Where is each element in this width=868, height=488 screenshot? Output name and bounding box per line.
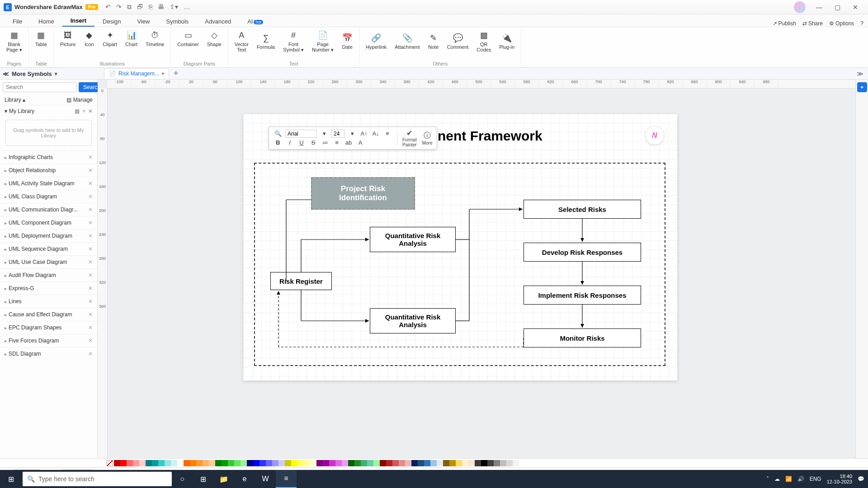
color-swatch[interactable] [424,460,430,466]
color-swatch[interactable] [196,460,203,466]
color-swatch[interactable] [177,460,184,466]
color-swatch[interactable] [430,460,437,466]
color-swatch[interactable] [215,460,222,466]
list-icon[interactable]: ≡ [332,139,341,147]
info-icon[interactable]: ⓘMore [420,131,434,145]
tray-volume-icon[interactable]: 🔊 [797,476,804,482]
ribbon-font-symbol--button[interactable]: #Font Symbol ▾ [279,29,307,53]
menu-advanced[interactable]: Advanced [197,16,239,27]
category-close-icon[interactable]: ✕ [88,298,93,305]
italic-button[interactable]: I [285,139,294,147]
save-icon[interactable]: ⎘ [149,3,152,11]
canvas-viewport[interactable]: N 🔍 ▾ ▾ A↑ A↓ ≡ [108,89,868,458]
print-icon[interactable]: 🖶 [158,3,164,11]
category-close-icon[interactable]: ✕ [88,311,93,318]
font-picker-icon[interactable]: 🔍 [274,130,283,138]
redo-icon[interactable]: ↷ [116,3,122,11]
ribbon-shape-button[interactable]: ◇Shape [203,29,225,48]
ribbon-picture-button[interactable]: 🖼Picture [57,29,79,48]
ribbon-formula-button[interactable]: ∑Formula [253,29,278,53]
color-swatch[interactable] [247,460,253,466]
color-swatch[interactable] [418,460,424,466]
color-swatch[interactable] [152,460,158,466]
collapse-side-icon[interactable]: ≪ [3,70,9,77]
color-swatch[interactable] [506,460,513,466]
category-close-icon[interactable]: ✕ [88,285,93,291]
ribbon-clipart-button[interactable]: ✦Clipart [99,29,121,48]
color-swatch[interactable] [494,460,500,466]
side-title-caret-icon[interactable]: ▾ [55,71,57,77]
color-swatch[interactable] [278,460,285,466]
category-close-icon[interactable]: ✕ [88,272,93,278]
color-swatch[interactable] [399,460,405,466]
options-button[interactable]: ⚙ Options [829,20,854,27]
color-swatch[interactable] [323,460,329,466]
box-implement-responses[interactable]: Implement Risk Responses [524,286,641,305]
color-swatch[interactable] [449,460,456,466]
menu-ai[interactable]: AIhot [239,16,271,27]
color-swatch[interactable] [361,460,367,466]
color-swatch[interactable] [297,460,304,466]
color-swatch[interactable] [386,460,392,466]
color-swatch[interactable] [513,460,519,466]
color-swatch[interactable] [411,460,418,466]
bullets-icon[interactable]: ≔ [321,139,330,147]
category-close-icon[interactable]: ✕ [88,206,93,213]
category-close-icon[interactable]: ✕ [88,167,93,174]
color-swatch[interactable] [392,460,399,466]
color-swatch[interactable] [487,460,494,466]
category-infographic-charts[interactable]: ▸Infographic Charts✕ [0,150,97,164]
category-cause-and-effect-diagram[interactable]: ▸Cause and Effect Diagram✕ [0,308,97,321]
category-uml-communication-diagr-[interactable]: ▸UML Communication Diagr...✕ [0,203,97,216]
align-icon[interactable]: ≡ [383,130,392,138]
color-swatch[interactable] [120,460,127,466]
shrink-font-icon[interactable]: A↓ [371,130,380,138]
ribbon-table-button[interactable]: ▦Table [32,29,51,48]
color-swatch[interactable] [367,460,373,466]
tray-clock[interactable]: 18:4012-10-2023 [827,474,852,484]
color-swatch[interactable] [380,460,386,466]
mylib-dropzone[interactable]: Drag symbols here to add to My Library [5,120,92,146]
grow-font-icon[interactable]: A↑ [359,130,368,138]
color-swatch[interactable] [335,460,342,466]
ribbon-note-button[interactable]: ✎Note [425,29,443,53]
category-uml-component-diagram[interactable]: ▸UML Component Diagram✕ [0,216,97,229]
category-close-icon[interactable]: ✕ [88,180,93,187]
tray-lang[interactable]: ENG [810,476,821,482]
color-swatch[interactable] [127,460,133,466]
color-swatch[interactable] [291,460,297,466]
category-close-icon[interactable]: ✕ [88,324,93,331]
manage-button[interactable]: ▤ Manage [66,97,93,103]
format-painter-button[interactable]: ✔Format Painter [401,129,419,147]
category-express-g[interactable]: ▸Express-G✕ [0,282,97,295]
category-epc-diagram-shapes[interactable]: ▸EPC Diagram Shapes✕ [0,321,97,334]
edrawmax-icon[interactable]: ≡ [276,470,297,488]
box-develop-responses[interactable]: Develop Risk Responses [524,243,641,262]
menu-file[interactable]: File [5,16,30,27]
font-color-icon[interactable]: A [356,139,365,147]
box-risk-register[interactable]: Risk Register [270,272,332,290]
menu-design[interactable]: Design [94,16,129,27]
category-uml-sequence-diagram[interactable]: ▸UML Sequence Diagram✕ [0,242,97,255]
more-qat-icon[interactable]: … [184,3,190,11]
category-close-icon[interactable]: ✕ [88,193,93,200]
category-audit-flow-diagram[interactable]: ▸Audit Flow Diagram✕ [0,268,97,282]
color-swatch[interactable] [285,460,291,466]
category-uml-class-diagram[interactable]: ▸UML Class Diagram✕ [0,190,97,203]
color-swatch[interactable] [316,460,323,466]
box-quant-analysis-2[interactable]: Quantitative Risk Analysis [370,308,456,333]
box-quant-analysis-1[interactable]: Quantitative Risk Analysis [370,227,456,252]
color-swatch[interactable] [373,460,380,466]
color-swatch[interactable] [462,460,468,466]
color-swatch[interactable] [481,460,487,466]
share-button[interactable]: ⇄ Share [802,20,823,27]
cortana-icon[interactable]: ⊞ [193,470,213,488]
color-swatch[interactable] [234,460,241,466]
box-selected-risks[interactable]: Selected Risks [524,200,641,219]
color-swatch[interactable] [348,460,354,466]
menu-home[interactable]: Home [30,16,62,27]
box-monitor-risks[interactable]: Monitor Risks [524,328,641,347]
color-swatch[interactable] [228,460,234,466]
close-button[interactable]: ✕ [846,1,864,14]
color-swatch[interactable] [114,460,120,466]
